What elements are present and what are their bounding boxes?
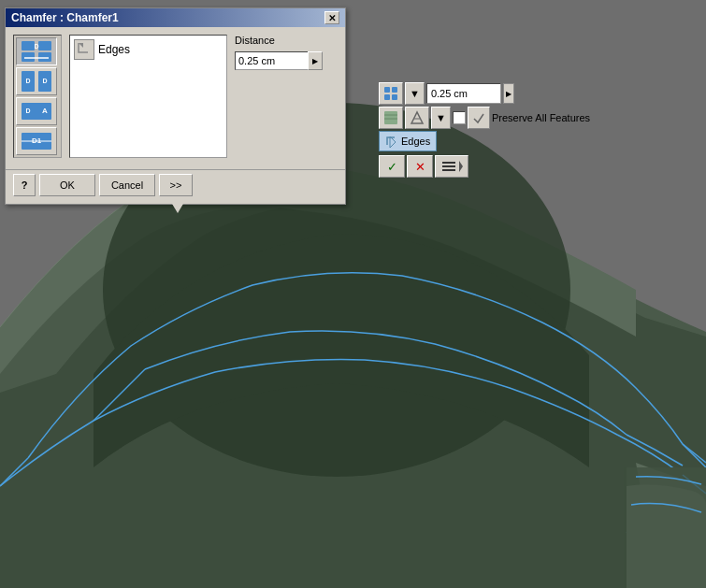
menu-button[interactable] [435,155,468,178]
svg-rect-30 [442,169,455,171]
toolbar-mode-button[interactable] [379,82,403,105]
toolbar-trim-dropdown[interactable]: ▼ [431,107,451,129]
svg-rect-23 [392,94,397,100]
distance-input[interactable] [235,51,308,70]
icon-panel: D D D D A [13,35,62,158]
svg-rect-5 [22,52,35,62]
help-button[interactable]: ? [13,174,36,196]
toolbar-distance-input[interactable] [426,83,501,104]
edges-pill-label: Edges [401,136,430,147]
distance-input-row: ▶ [235,51,338,70]
edges-row: Edges [70,36,226,64]
chamfer-icon-3[interactable]: D A [16,97,57,125]
edges-pill-button[interactable]: Edges [379,131,437,151]
svg-rect-4 [38,41,51,50]
svg-rect-28 [442,162,455,164]
svg-text:A: A [42,107,48,115]
preserve-icon [468,107,490,129]
svg-text:D: D [25,78,30,84]
svg-text:D: D [25,108,30,114]
dialog-arrow [172,204,183,213]
toolbar-surface-button[interactable] [379,107,403,129]
preserve-label: Preserve All Features [492,112,590,123]
content-area: Edges [69,35,227,158]
chamfer-dialog: Chamfer : Chamfer1 ✕ D [5,7,346,205]
svg-rect-3 [22,41,35,50]
toolbar-distance-arrow[interactable]: ▶ [503,83,514,104]
dialog-title: Chamfer : Chamfer1 [11,11,119,24]
preserve-checkbox[interactable] [453,111,466,124]
dialog-close-button[interactable]: ✕ [324,11,339,24]
chamfer-icon-4[interactable]: D1 [16,127,57,155]
toolbar-distance-row: ▼ ▶ [379,82,590,105]
svg-text:D: D [34,43,38,50]
svg-rect-29 [442,165,455,167]
action-row: ✓ ✕ [379,155,590,178]
svg-rect-22 [384,94,390,100]
svg-rect-24 [384,111,397,124]
chamfer-icon-1[interactable]: D [16,37,57,65]
toolbar-edges-active-row: Edges [379,131,590,151]
cancel-button[interactable]: Cancel [99,174,155,196]
svg-rect-20 [384,87,390,93]
cancel-action-button[interactable]: ✕ [407,155,433,178]
dialog-footer: ? OK Cancel >> [6,169,345,204]
chamfer-icon-2[interactable]: D D [16,67,57,95]
svg-text:D: D [42,78,47,84]
toolbar-trim-button[interactable] [405,107,429,129]
dialog-titlebar: Chamfer : Chamfer1 ✕ [6,8,345,27]
toolbar-edges-row: ▼ Preserve All Features [379,107,590,129]
toolbar-panel: ▼ ▶ ▼ Preserve All Features [379,82,590,178]
dialog-body: D D D D A [6,27,345,165]
edge-select-icon[interactable] [74,39,94,60]
ok-button[interactable]: OK [39,174,95,196]
distance-label: Distance [235,35,338,46]
expand-button[interactable]: >> [159,174,193,196]
toolbar-dropdown-button[interactable]: ▼ [405,82,425,105]
distance-expand-button[interactable]: ▶ [308,51,323,70]
confirm-button[interactable]: ✓ [379,155,405,178]
svg-rect-21 [392,87,397,93]
edges-label: Edges [98,43,130,56]
svg-marker-31 [459,161,463,172]
svg-rect-6 [38,52,51,62]
right-panel: Distance ▶ [235,35,338,158]
